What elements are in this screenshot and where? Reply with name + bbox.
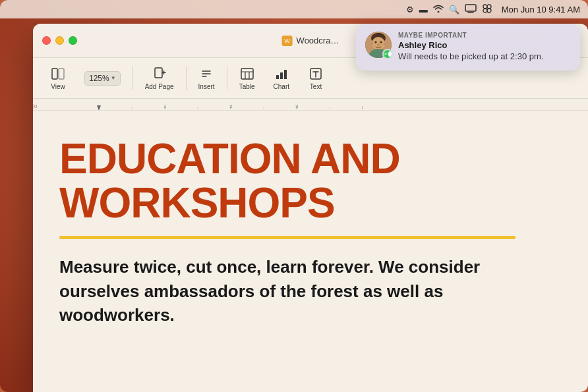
notification-message: Will needs to be picked up at 2:30 pm. [398,51,571,63]
notification-category: MAYBE IMPORTANT [398,32,571,39]
maximize-button[interactable] [69,36,77,45]
messages-badge [382,49,393,59]
svg-rect-20 [284,70,287,79]
svg-point-3 [487,5,491,9]
svg-point-5 [487,9,491,13]
zoom-dropdown[interactable]: 125% ▼ [84,71,121,86]
add-page-button[interactable]: Add Page [136,64,183,93]
yellow-divider [59,236,515,239]
desktop: ⚙ ▬ 🔍 [0,0,588,392]
zoom-chevron-icon: ▼ [111,75,116,81]
view-button[interactable]: View [41,64,75,93]
svg-rect-0 [465,5,476,11]
svg-rect-18 [276,75,279,79]
text-button[interactable]: Text [299,64,333,93]
ruler: 0 1 2 3 [33,99,588,111]
svg-text:0: 0 [34,103,38,109]
separator-1 [132,67,133,90]
wifi-icon[interactable] [433,5,444,14]
ruler-marks: 0 1 2 3 [33,99,588,111]
text-icon [309,67,323,81]
gear-icon[interactable]: ⚙ [406,5,414,14]
window-title: W Woodcra… [282,36,339,46]
table-button[interactable]: Table [230,64,264,93]
window-title-text: Woodcra… [297,36,339,45]
view-label: View [51,83,65,90]
document-content: EDUCATION AND WORKSHOPS Measure twice, c… [33,111,588,391]
add-page-icon [152,67,167,81]
view-icon [51,67,65,81]
svg-rect-14 [241,69,253,79]
svg-point-2 [483,5,487,9]
menubar-right: ⚙ ▬ 🔍 [406,3,580,16]
messages-icon [384,50,388,58]
separator-2 [186,67,187,90]
zoom-value: 125% [89,74,109,83]
document-icon: W [282,36,293,46]
insert-button[interactable]: Insert [189,64,224,93]
notification-sender: Ashley Rico [398,40,571,50]
doc-icon-label: W [284,38,290,44]
insert-icon [199,67,214,81]
chart-icon [274,67,289,81]
table-label: Table [239,83,255,90]
svg-point-43 [384,42,388,46]
add-page-label: Add Page [145,83,174,90]
text-label: Text [310,83,322,90]
svg-point-46 [377,44,380,46]
search-icon[interactable]: 🔍 [449,5,459,14]
minimize-button[interactable] [55,36,64,45]
svg-rect-7 [59,69,64,79]
control-center-icon[interactable] [482,3,492,16]
insert-label: Insert [198,83,215,90]
svg-point-44 [375,42,377,43]
notification[interactable]: MAYBE IMPORTANT Ashley Rico Will needs t… [356,24,580,70]
svg-text:2: 2 [229,103,233,109]
display-icon[interactable] [465,4,477,15]
document-body: Measure twice, cut once, learn forever. … [59,255,555,327]
traffic-lights [33,36,77,45]
separator-3 [227,67,227,90]
battery-icon[interactable]: ▬ [419,5,428,14]
svg-point-45 [380,42,382,43]
svg-rect-19 [280,72,283,79]
app-window: W Woodcra… View 125% ▼ [33,24,588,392]
svg-point-42 [369,42,374,46]
notification-content: MAYBE IMPORTANT Ashley Rico Will needs t… [398,32,571,63]
svg-text:1: 1 [163,103,167,109]
menubar: ⚙ ▬ 🔍 [0,0,588,18]
svg-rect-6 [52,69,57,79]
chart-label: Chart [274,83,289,90]
table-icon [240,67,254,81]
document-heading: EDUCATION AND WORKSHOPS [59,137,555,225]
close-button[interactable] [42,36,51,45]
notification-avatar-container [365,32,392,58]
menubar-time: Mon Jun 10 9:41 AM [502,5,580,14]
svg-point-4 [483,9,487,13]
zoom-control[interactable]: 125% ▼ [75,69,130,88]
svg-text:3: 3 [295,103,299,109]
svg-rect-8 [155,68,162,78]
chart-button[interactable]: Chart [264,64,299,93]
svg-marker-38 [97,105,101,111]
